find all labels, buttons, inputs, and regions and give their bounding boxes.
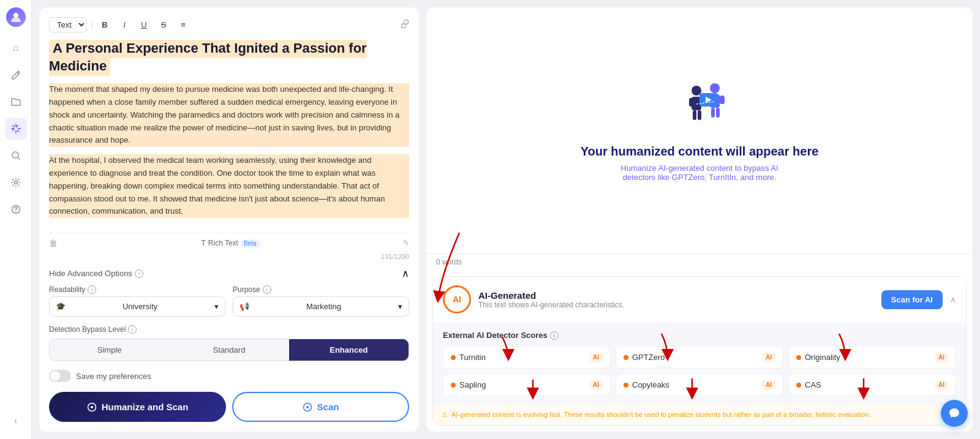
advanced-options-chevron: ∧ <box>402 268 409 279</box>
score-turnitin: Turnitin AI <box>443 346 611 369</box>
editor-footer: 🗑 T Rich Text Beta ✎ <box>49 233 409 248</box>
sidebar-collapse-button[interactable]: ‹ <box>5 410 27 432</box>
list-button[interactable]: ≡ <box>176 18 190 32</box>
score-cas-name: CAS <box>796 380 821 389</box>
purpose-info-icon: i <box>263 285 271 294</box>
purpose-label: Purpose i <box>233 285 409 294</box>
score-sapling-name: Sapling <box>451 380 486 389</box>
readability-select[interactable]: 🎓 University ▾ <box>49 296 225 317</box>
score-sapling-label: Sapling <box>459 380 486 389</box>
svg-point-8 <box>306 406 309 408</box>
underline-button[interactable]: U <box>137 18 151 32</box>
link-button[interactable] <box>401 20 409 30</box>
purpose-value: Marketing <box>306 302 341 311</box>
purpose-group: Purpose i 📢 Marketing ▾ <box>233 285 409 317</box>
score-gptzero-label: GPTZero <box>632 353 665 362</box>
ai-badge: AI <box>443 285 471 313</box>
bypass-simple[interactable]: Simple <box>50 339 169 361</box>
score-gptzero-name: GPTZero <box>624 353 665 362</box>
score-copyleaks-tag: AI <box>762 380 775 389</box>
sidebar-item-home[interactable]: ⌂ <box>5 37 27 59</box>
bypass-standard[interactable]: Standard <box>169 339 288 361</box>
svg-rect-19 <box>711 108 715 118</box>
scores-label-text: External AI Detector Scores <box>443 331 548 340</box>
strikethrough-button[interactable]: S <box>156 18 171 32</box>
readability-chevron: ▾ <box>214 302 219 311</box>
score-copyleaks: Copyleaks AI <box>616 373 783 396</box>
scores-section: External AI Detector Scores i Turnitin A… <box>433 322 966 405</box>
readability-group: Readability i 🎓 University ▾ <box>49 285 225 317</box>
placeholder-illustration <box>663 80 736 135</box>
svg-point-15 <box>710 83 720 93</box>
advanced-options-text: Hide Advanced Options <box>49 269 132 278</box>
sidebar-item-magic[interactable] <box>5 118 27 140</box>
disclaimer: ⚠ AI-generated content is evolving fast.… <box>433 405 966 425</box>
beta-badge: Beta <box>241 239 260 247</box>
score-dot <box>796 383 801 388</box>
left-panel: Text B I U S ≡ A Personal Experience Tha… <box>39 7 419 432</box>
ai-result-text: AI-Generated This text shows AI-generate… <box>478 290 624 309</box>
scan-button[interactable]: Scan <box>232 392 409 422</box>
advanced-options-header[interactable]: Hide Advanced Options i ∧ <box>49 265 409 285</box>
score-originality-name: Originality <box>796 353 840 362</box>
svg-point-0 <box>13 13 18 18</box>
svg-rect-13 <box>693 110 696 120</box>
score-originality-label: Originality <box>805 353 840 362</box>
score-copyleaks-label: Copyleaks <box>632 380 669 389</box>
scores-label: External AI Detector Scores i <box>443 331 956 340</box>
svg-point-9 <box>692 86 701 96</box>
score-dot <box>451 355 456 360</box>
ai-result-panel: AI AI-Generated This text shows AI-gener… <box>432 276 967 426</box>
sidebar-item-folder[interactable] <box>5 91 27 113</box>
scan-for-ai-button[interactable]: Scan for AI <box>881 290 943 309</box>
toolbar-divider <box>92 20 92 30</box>
score-copyleaks-name: Copyleaks <box>624 380 669 389</box>
purpose-chevron: ▾ <box>398 302 402 311</box>
save-preferences: Save my preferences <box>49 370 409 382</box>
ai-result-description: This text shows AI-generated characteris… <box>478 301 624 309</box>
sidebar-item-edit[interactable] <box>5 64 27 86</box>
sidebar-item-settings[interactable] <box>5 171 27 193</box>
readability-label: Readability i <box>49 285 225 294</box>
rich-text-label: T Rich Text Beta <box>201 239 259 247</box>
humanize-scan-button[interactable]: Humanize and Scan <box>49 392 226 422</box>
save-prefs-toggle[interactable] <box>49 370 71 382</box>
purpose-select[interactable]: 📢 Marketing ▾ <box>233 296 409 317</box>
score-originality-tag: AI <box>935 353 948 362</box>
score-cas: CAS AI <box>788 373 956 396</box>
svg-rect-20 <box>716 108 720 118</box>
bold-button[interactable]: B <box>97 18 112 32</box>
svg-point-6 <box>91 406 93 408</box>
italic-button[interactable]: I <box>117 18 132 32</box>
bypass-enhanced[interactable]: Enhanced <box>289 339 409 361</box>
editor-title-wrap: A Personal Experience That Ignited a Pas… <box>49 40 409 75</box>
svg-rect-11 <box>689 98 694 107</box>
ai-panel-collapse[interactable]: ∧ <box>950 295 956 304</box>
right-word-count: 0 words <box>426 253 973 270</box>
svg-point-2 <box>14 181 17 184</box>
right-panel: Your humanized content will appear here … <box>426 7 973 432</box>
chat-button[interactable] <box>941 400 968 427</box>
save-prefs-label: Save my preferences <box>76 372 151 381</box>
trash-icon[interactable]: 🗑 <box>49 238 58 248</box>
placeholder-title: Your humanized content will appear here <box>581 144 819 159</box>
bypass-label-text: Detection Bypass Level <box>49 325 126 334</box>
editor-area[interactable]: A Personal Experience That Ignited a Pas… <box>49 40 409 228</box>
editor-title: A Personal Experience That Ignited a Pas… <box>49 40 367 76</box>
readability-info-icon: i <box>88 285 96 294</box>
edit-icon[interactable]: ✎ <box>403 239 409 247</box>
sidebar-item-help[interactable] <box>5 198 27 220</box>
warning-icon: ⚠ <box>442 411 448 419</box>
scores-info-icon: i <box>550 331 559 340</box>
score-turnitin-name: Turnitin <box>451 353 486 362</box>
rich-text-text: T <box>201 239 205 247</box>
scan-label: Scan <box>317 402 339 412</box>
action-buttons: Humanize and Scan Scan <box>49 392 409 422</box>
placeholder-title-text: Your humanized content will appear here <box>581 144 819 158</box>
score-dot <box>624 383 628 388</box>
purpose-label-text: Purpose <box>233 285 260 294</box>
ai-result-header: AI AI-Generated This text shows AI-gener… <box>433 277 966 322</box>
options-grid: Readability i 🎓 University ▾ Purpose i <box>49 285 409 317</box>
sidebar-item-search[interactable] <box>5 144 27 167</box>
format-select[interactable]: Text <box>49 17 87 32</box>
